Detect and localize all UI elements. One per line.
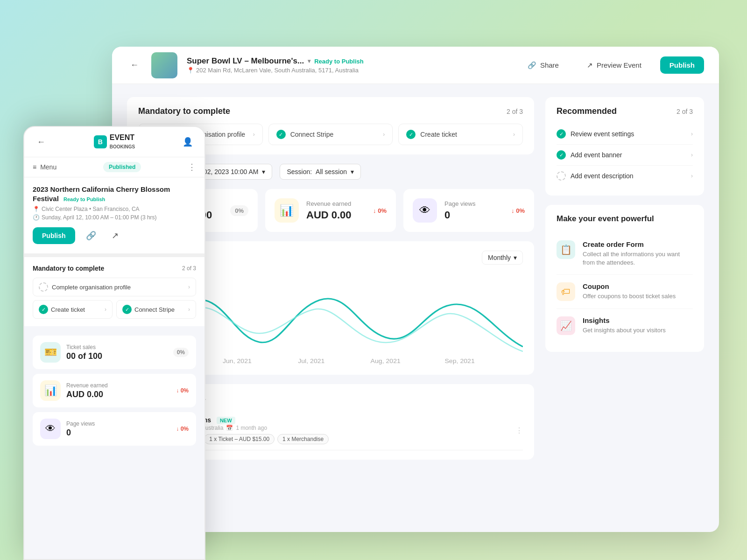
mobile-ticket-sales-card: 🎫 Ticket sales 00 of 100 0% (33, 336, 196, 369)
mobile-event-name: 2023 Northern California Cherry Blossom … (33, 185, 196, 203)
mobile-preview-button[interactable]: ↗ (107, 227, 124, 244)
chevron-icon: › (253, 131, 255, 138)
mobile-card: ← B EVENT BOOKINGS 👤 ≡ Menu Published ⋮ … (23, 126, 205, 560)
share-button[interactable]: 🔗 Share (518, 56, 568, 74)
mobile-mandatory-item-ticket[interactable]: ✓ Create ticket › (33, 300, 113, 319)
mobile-mandatory-title: Mandatory to complete (33, 265, 104, 272)
mobile-pageviews-label: Page views (66, 420, 170, 427)
event-dropdown-arrow[interactable]: ▾ (308, 58, 310, 64)
pageviews-label: Page views (444, 200, 504, 207)
mandatory-label: Create ticket (51, 306, 85, 313)
revenue-icon: 📊 (275, 198, 299, 223)
powerful-item-insights: 📈 Insights Get insights about your visit… (557, 309, 693, 343)
back-button[interactable]: ← (127, 58, 142, 73)
mandatory-item-ticket[interactable]: ✓ Create ticket › (398, 124, 523, 145)
powerful-item-title: Create order Form (583, 240, 693, 248)
mobile-logo: B EVENT BOOKINGS (94, 133, 135, 150)
hamburger-icon: ≡ (33, 163, 36, 171)
recommended-card: Recommended 2 of 3 ✓ Review event settin… (545, 97, 704, 196)
chevron-icon: › (691, 131, 693, 137)
mobile-mandatory-item-stripe[interactable]: ✓ Connect Stripe › (116, 300, 196, 319)
mobile-mandatory-header: Mandatory to complete 2 of 3 (33, 265, 196, 272)
powerful-item-info: Insights Get insights about your visitor… (583, 316, 666, 335)
mobile-publish-button[interactable]: Publish (33, 227, 75, 244)
powerful-item-title: Insights (583, 316, 666, 324)
mobile-menu-bar: ≡ Menu Published ⋮ (24, 157, 204, 177)
header-actions: 🔗 Share ↗ Preview Event Publish (518, 56, 704, 74)
mobile-ticket-pct: 0% (173, 348, 189, 357)
more-options-button[interactable]: ⋮ (515, 426, 523, 435)
menu-label[interactable]: Menu (40, 163, 56, 171)
desktop-header: ← Super Bowl LV – Melbourne's... ▾ Ready… (112, 47, 719, 84)
mobile-share-button[interactable]: 🔗 (83, 227, 99, 244)
mobile-ticket-icon: 🎫 (40, 342, 61, 363)
location-icon: 📍 (187, 67, 194, 74)
mobile-back-button[interactable]: ← (33, 133, 49, 150)
event-status-badge: Ready to Publish (314, 58, 363, 65)
mobile-revenue-card: 📊 Revenue earned AUD 0.00 ↓ 0% (33, 374, 196, 407)
recommended-header: Recommended 2 of 3 (557, 106, 693, 116)
revenue-label: Revenue earned (306, 200, 366, 207)
insights-icon: 📈 (557, 316, 575, 335)
recommended-item-banner[interactable]: ✓ Add event banner › (557, 145, 693, 166)
revenue-pct: ↓ 0% (373, 207, 387, 214)
order-form-icon: 📋 (557, 240, 575, 259)
mobile-mandatory-item-profile[interactable]: Complete organisation profile › (33, 278, 196, 296)
chart-filter[interactable]: Monthly ▾ (482, 251, 523, 265)
rec-item-label: Add event banner (571, 151, 622, 159)
mobile-revenue-info: Revenue earned AUD 0.00 (66, 382, 170, 399)
location-icon: 📍 (33, 206, 40, 212)
mandatory-header: Mandatory to complete 2 of 3 (138, 106, 523, 116)
preview-icon: ↗ (587, 61, 593, 70)
recommended-item-description[interactable]: Add event description › (557, 166, 693, 186)
event-name-text: Super Bowl LV – Melbourne's... (187, 56, 304, 66)
preview-event-button[interactable]: ↗ Preview Event (578, 56, 651, 74)
pageviews-icon: 👁 (413, 198, 437, 223)
recent-tags: Credit Card 1 x Ticket – AUD $15.00 1 x … (162, 434, 510, 444)
powerful-item-desc: Collect all the informations you want fr… (583, 250, 693, 267)
pageviews-value: 0 (444, 209, 504, 221)
user-profile-button[interactable]: 👤 (179, 133, 196, 150)
recommended-item-settings[interactable]: ✓ Review event settings › (557, 124, 693, 145)
chevron-down-icon: ▾ (351, 168, 354, 175)
chevron-icon: › (383, 131, 385, 138)
logo-text: EVENT BOOKINGS (110, 133, 135, 150)
recent-info: Taryn Simmons NEW 🏠 Melbourne, Australia… (162, 416, 510, 444)
check-circle-icon: ✓ (39, 305, 48, 314)
session-filter[interactable]: Session: All session ▾ (280, 164, 361, 180)
mobile-revenue-pct: ↓ 0% (176, 387, 189, 394)
check-circle-icon: ✓ (557, 150, 566, 160)
mobile-revenue-icon: 📊 (40, 380, 61, 401)
powerful-item-desc: Offer coupons to boost ticket sales (583, 292, 676, 301)
ready-badge: Ready to Publish (63, 196, 105, 202)
mobile-revenue-label: Revenue earned (66, 382, 170, 389)
pending-circle-icon (557, 171, 566, 181)
svg-text:Sep, 2021: Sep, 2021 (444, 358, 474, 364)
mobile-actions: Publish 🔗 ↗ (33, 227, 196, 244)
mobile-mandatory-row: ✓ Create ticket › ✓ Connect Stripe › (33, 300, 196, 319)
powerful-item-desc: Get insights about your visitors (583, 326, 666, 335)
event-thumbnail (151, 52, 177, 78)
chevron-icon: › (691, 173, 693, 179)
mandatory-item-stripe[interactable]: ✓ Connect Stripe › (268, 124, 393, 145)
pageviews-info: Page views 0 (444, 200, 504, 221)
rec-item-label: Review event settings (571, 130, 634, 138)
event-name-row: Super Bowl LV – Melbourne's... ▾ Ready t… (187, 56, 509, 66)
share-icon: 🔗 (528, 61, 536, 70)
recent-meta: 🏠 Melbourne, Australia 📅 1 month ago (162, 425, 510, 431)
mobile-mandatory-count: 2 of 3 (182, 265, 196, 272)
mandatory-label: Connect Stripe (134, 306, 175, 313)
more-options-button[interactable]: ⋮ (188, 162, 196, 172)
mobile-stats: 🎫 Ticket sales 00 of 100 0% 📊 Revenue ea… (24, 330, 204, 456)
clock-icon: 🕐 (33, 214, 40, 221)
recent-name: Taryn Simmons NEW (162, 416, 510, 424)
powerful-item-info: Coupon Offer coupons to boost ticket sal… (583, 282, 676, 301)
svg-text:Jun, 2021: Jun, 2021 (223, 358, 252, 364)
powerful-card: Make your event powerful 📋 Create order … (545, 205, 704, 352)
ticket-sales-pct: 0% (230, 206, 248, 215)
powerful-item-coupon: 🏷 Coupon Offer coupons to boost ticket s… (557, 275, 693, 309)
mobile-ticket-info: Ticket sales 00 of 100 (66, 344, 168, 361)
tag: 1 x Ticket – AUD $15.00 (204, 434, 275, 444)
publish-button[interactable]: Publish (660, 56, 704, 74)
recommended-count: 2 of 3 (677, 108, 693, 115)
